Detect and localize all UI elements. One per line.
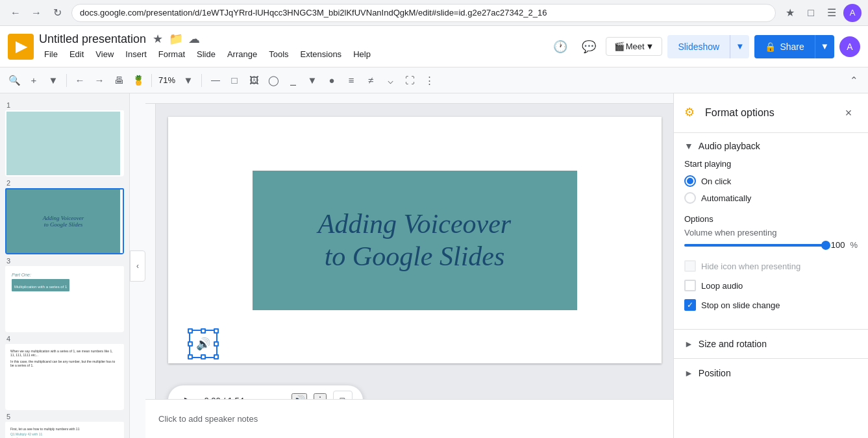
share-dropdown-button[interactable]: ▼ bbox=[815, 35, 834, 58]
volume-slider-track[interactable] bbox=[684, 244, 826, 247]
audio-icon-box: 🔊 bbox=[189, 330, 217, 358]
slideshow-button[interactable]: Slideshow bbox=[667, 35, 730, 58]
menu-format[interactable]: Format bbox=[153, 47, 190, 62]
toggle-sidebar-button[interactable]: ‹ bbox=[130, 250, 145, 282]
play-button[interactable]: ▶ bbox=[179, 391, 198, 399]
shape-button[interactable]: ◯ bbox=[264, 71, 282, 90]
loop-audio-checkbox-row[interactable]: Loop audio bbox=[684, 280, 858, 291]
slide-content: Adding Voiceover to Google Slides 🔊 bbox=[168, 117, 662, 363]
slide-thumbnail-4[interactable]: 4 When we say multiplication with a seri… bbox=[5, 335, 124, 410]
volume-button[interactable]: 🔊 bbox=[291, 393, 307, 400]
menu-slide[interactable]: Slide bbox=[192, 47, 221, 62]
zoom-expand-button[interactable]: ▼ bbox=[179, 71, 197, 90]
refresh-button[interactable]: ↻ bbox=[48, 4, 66, 22]
search-button[interactable]: 🔍 bbox=[5, 71, 23, 90]
zoom-dropdown-button[interactable]: ▼ bbox=[44, 71, 62, 90]
menu-arrange[interactable]: Arrange bbox=[222, 47, 262, 62]
handle-tm[interactable] bbox=[201, 328, 206, 334]
paint-format-button[interactable]: 🍍 bbox=[129, 71, 147, 90]
folder-icon[interactable]: 📁 bbox=[168, 31, 184, 47]
menu-help[interactable]: Help bbox=[348, 47, 376, 62]
line-dropdown-button[interactable]: ▼ bbox=[303, 71, 321, 90]
zoom-in-button[interactable]: + bbox=[25, 71, 43, 90]
handle-ml[interactable] bbox=[188, 341, 193, 347]
text-button[interactable]: ⌵ bbox=[381, 71, 399, 90]
cloud-icon[interactable]: ☁ bbox=[186, 31, 202, 47]
star-icon[interactable]: ★ bbox=[150, 31, 166, 47]
user-avatar[interactable]: A bbox=[839, 36, 860, 57]
handle-tl[interactable] bbox=[188, 328, 193, 334]
slide-2-inner: Adding Voiceoverto Google Slides bbox=[5, 188, 124, 254]
slide-5-inner: First, let us see how to multiply number… bbox=[5, 422, 124, 438]
handle-br[interactable] bbox=[214, 354, 219, 359]
comment-button[interactable]: 💬 bbox=[577, 35, 601, 58]
separator-2 bbox=[151, 74, 152, 87]
bookmark-button[interactable]: ★ bbox=[781, 4, 799, 22]
stop-on-change-checkbox-row[interactable]: ✓ Stop on slide change bbox=[684, 299, 858, 311]
profile-button[interactable]: A bbox=[843, 4, 862, 22]
speaker-icon: 🔊 bbox=[196, 337, 210, 351]
audio-icon-wrapper[interactable]: 🔊 bbox=[189, 330, 217, 358]
undo-button[interactable]: ← bbox=[71, 71, 89, 90]
slide-number-1: 1 bbox=[5, 101, 124, 109]
redo-button[interactable]: → bbox=[90, 71, 108, 90]
menu-tools[interactable]: Tools bbox=[264, 47, 293, 62]
slideshow-dropdown-button[interactable]: ▼ bbox=[730, 35, 749, 58]
audio-more-button[interactable]: ⋮ bbox=[314, 393, 327, 400]
collapse-toolbar-button[interactable]: ⌃ bbox=[845, 71, 863, 90]
handle-bm[interactable] bbox=[201, 354, 206, 359]
menu-edit[interactable]: Edit bbox=[64, 47, 89, 62]
size-rotation-section[interactable]: ► Size and rotation bbox=[674, 330, 868, 358]
address-bar[interactable]: docs.google.com/presentation/d/1eWTJqYRr… bbox=[71, 4, 776, 22]
more-toolbar-button[interactable]: ⋮ bbox=[420, 71, 438, 90]
slide-canvas[interactable]: Adding Voiceover to Google Slides 🔊 bbox=[168, 117, 662, 363]
line-button[interactable]: ⎯ bbox=[284, 71, 302, 90]
align-left-button[interactable]: ≡ bbox=[342, 71, 360, 90]
handle-bl[interactable] bbox=[188, 354, 193, 359]
menu-file[interactable]: File bbox=[39, 47, 63, 62]
hide-icon-checkbox-row[interactable]: Hide icon when presenting bbox=[684, 260, 858, 272]
back-button[interactable]: ← bbox=[6, 4, 25, 22]
slide-thumbnail-1[interactable]: 1 bbox=[5, 101, 124, 176]
color-button[interactable]: ● bbox=[323, 71, 341, 90]
image-button[interactable]: 🖼 bbox=[245, 71, 263, 90]
menu-extensions[interactable]: Extensions bbox=[295, 47, 347, 62]
history-button[interactable]: 🕐 bbox=[549, 35, 572, 58]
volume-value: 100 bbox=[831, 240, 845, 250]
app-header: ▶ Untitled presentation ★ 📁 ☁ File Edit … bbox=[0, 26, 868, 67]
app-title-text: Untitled presentation bbox=[39, 32, 146, 46]
format-panel-close-button[interactable]: × bbox=[839, 104, 858, 122]
handle-tr[interactable] bbox=[214, 328, 219, 334]
screenshot-button[interactable]: □ bbox=[802, 4, 820, 22]
title-icons: ★ 📁 ☁ bbox=[150, 31, 202, 47]
slide-thumbnail-3[interactable]: 3 Part One: Multiplication with a series… bbox=[5, 257, 124, 332]
slideshow-button-group: Slideshow ▼ bbox=[667, 35, 749, 58]
speaker-notes[interactable]: Click to add speaker notes bbox=[145, 399, 673, 438]
share-button[interactable]: 🔒 Share bbox=[754, 35, 814, 58]
slide-thumbnail-2[interactable]: 2 Adding Voiceoverto Google Slides bbox=[5, 179, 124, 254]
extensions-button[interactable]: ☰ bbox=[823, 4, 841, 22]
camera-button[interactable]: 🎬 Meet ▼ bbox=[606, 37, 663, 56]
radio-on-click[interactable]: On click bbox=[684, 175, 858, 187]
forward-button[interactable]: → bbox=[27, 4, 45, 22]
volume-slider-thumb[interactable] bbox=[821, 241, 830, 250]
crop-button[interactable]: ⛶ bbox=[401, 71, 419, 90]
slide-1-inner bbox=[5, 110, 124, 176]
slide-thumbnail-5[interactable]: 5 First, let us see how to multiply numb… bbox=[5, 413, 124, 438]
radio-automatically[interactable]: Automatically bbox=[684, 192, 858, 204]
position-section[interactable]: ► Position bbox=[674, 359, 868, 387]
canvas-scroll[interactable]: Adding Voiceover to Google Slides 🔊 bbox=[156, 104, 673, 399]
volume-row: 100 % bbox=[684, 240, 858, 250]
print-button[interactable]: 🖶 bbox=[110, 71, 128, 90]
menu-view[interactable]: View bbox=[90, 47, 119, 62]
expand-button[interactable]: ⧉ bbox=[333, 391, 353, 399]
menu-insert[interactable]: Insert bbox=[120, 47, 152, 62]
volume-unit: % bbox=[850, 240, 858, 250]
select-button[interactable]: □ bbox=[225, 71, 243, 90]
separator-1 bbox=[66, 74, 67, 87]
slide-title: Adding Voiceover to Google Slides bbox=[318, 208, 511, 273]
handle-mr[interactable] bbox=[214, 341, 219, 347]
align-button[interactable]: ≠ bbox=[362, 71, 380, 90]
cursor-button[interactable]: ⸻ bbox=[206, 71, 224, 90]
audio-section-header[interactable]: ▼ Audio playback bbox=[674, 133, 868, 159]
